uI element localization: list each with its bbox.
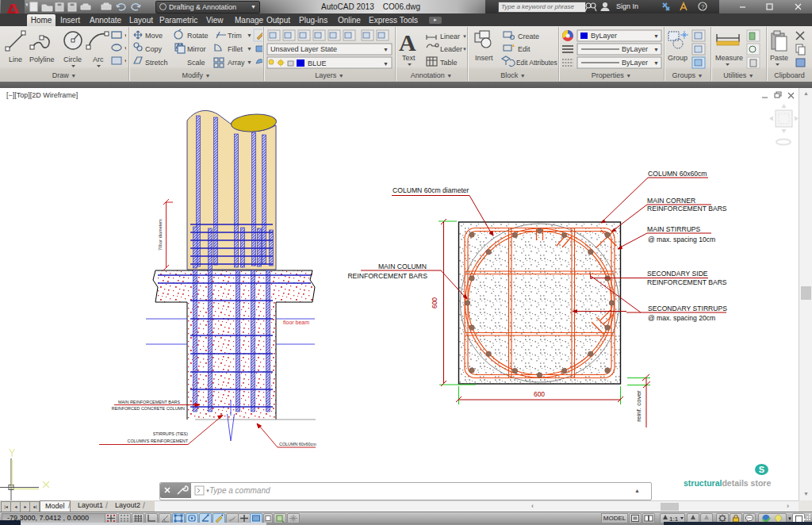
- svg-text:@ max. spacing 20cm: @ max. spacing 20cm: [648, 314, 715, 322]
- svg-text:Edit: Edit: [518, 45, 530, 53]
- svg-text:▼: ▼: [383, 61, 389, 67]
- svg-text:REINFORCEMENT BARS: REINFORCEMENT BARS: [647, 205, 727, 213]
- svg-text:SECONDARY STIRRUPS: SECONDARY STIRRUPS: [648, 305, 727, 312]
- svg-text:A: A: [399, 29, 416, 56]
- svg-text:MAIN REINFORCEMENT BARS: MAIN REINFORCEMENT BARS: [118, 400, 180, 404]
- svg-text:▼: ▼: [124, 46, 126, 51]
- svg-text:Table: Table: [440, 59, 458, 67]
- svg-text:Copy: Copy: [145, 45, 163, 53]
- svg-text:STIRRUPS (TIES): STIRRUPS (TIES): [153, 431, 189, 436]
- svg-text:Trim: Trim: [228, 32, 242, 40]
- svg-text:REINFORCEMENT BARS: REINFORCEMENT BARS: [347, 272, 427, 280]
- svg-text:COLUMN 60cm diameter: COLUMN 60cm diameter: [393, 186, 469, 194]
- svg-text:Stretch: Stretch: [145, 59, 168, 67]
- svg-text:▼: ▼: [383, 47, 389, 52]
- svg-text:▼: ▼: [462, 34, 466, 39]
- svg-text:600: 600: [534, 390, 545, 398]
- svg-text:SECONDARY SIDE: SECONDARY SIDE: [647, 270, 708, 278]
- svg-text:Paste: Paste: [770, 54, 788, 62]
- svg-text:COLUMN 60x60cm: COLUMN 60x60cm: [648, 170, 707, 178]
- svg-text:Polyline: Polyline: [29, 56, 55, 63]
- svg-text:Create: Create: [518, 33, 539, 40]
- svg-text:Group: Group: [668, 54, 688, 62]
- svg-text:Array: Array: [228, 59, 245, 67]
- svg-text:@ max. spacing 10cm: @ max. spacing 10cm: [648, 236, 715, 243]
- svg-text:▼: ▼: [247, 46, 252, 52]
- svg-text:▼: ▼: [653, 47, 659, 52]
- svg-text:MAIN CORNER: MAIN CORNER: [647, 197, 695, 205]
- svg-text:ByLayer: ByLayer: [622, 45, 648, 53]
- svg-text:70bar diameters: 70bar diameters: [158, 219, 163, 251]
- svg-text:Linear: Linear: [440, 33, 460, 40]
- svg-text:reinf. cover: reinf. cover: [635, 390, 642, 422]
- svg-text:BLUE: BLUE: [308, 59, 327, 67]
- svg-text:▼: ▼: [653, 33, 659, 39]
- svg-text:Text: Text: [402, 54, 416, 62]
- svg-text:Mirror: Mirror: [187, 45, 206, 53]
- svg-text:▼: ▼: [25, 2, 28, 7]
- svg-text:▼: ▼: [124, 59, 126, 63]
- svg-text:Unsaved Layer State: Unsaved Layer State: [270, 45, 337, 53]
- svg-text:Measure: Measure: [715, 54, 743, 62]
- svg-text:▼: ▼: [462, 47, 466, 52]
- svg-text:?: ?: [701, 3, 705, 10]
- svg-text:REINFORCED CONCRETE COLUMN: REINFORCED CONCRETE COLUMN: [112, 406, 185, 411]
- svg-text:MAIN COLUMN: MAIN COLUMN: [378, 262, 427, 270]
- svg-text:Scale: Scale: [187, 59, 205, 67]
- svg-text:▼: ▼: [247, 33, 252, 38]
- svg-text:REINFORCEMENT BARS: REINFORCEMENT BARS: [647, 278, 727, 286]
- svg-text:MAIN STIRRUPS: MAIN STIRRUPS: [647, 225, 701, 233]
- svg-text:COLUMN 60x60cm: COLUMN 60x60cm: [279, 442, 316, 446]
- svg-text:600: 600: [431, 297, 439, 308]
- svg-text:Line: Line: [9, 56, 22, 63]
- svg-text:COLUMN'S REINFORCEMENT: COLUMN'S REINFORCEMENT: [127, 439, 188, 443]
- svg-text:ByLayer: ByLayer: [591, 32, 617, 40]
- svg-text:Arc: Arc: [93, 56, 104, 63]
- svg-text:▼: ▼: [124, 33, 126, 38]
- svg-text:Insert: Insert: [475, 54, 493, 62]
- svg-text:Edit Attributes: Edit Attributes: [516, 59, 557, 67]
- svg-text:floor beam: floor beam: [283, 320, 309, 325]
- svg-text:Circle: Circle: [63, 56, 82, 63]
- svg-text:Rotate: Rotate: [187, 32, 209, 40]
- svg-text:▼: ▼: [247, 59, 252, 65]
- svg-text:▼: ▼: [653, 60, 659, 66]
- svg-text:Move: Move: [145, 32, 163, 40]
- svg-text:ByLayer: ByLayer: [622, 59, 648, 67]
- svg-text:Leader: Leader: [440, 45, 462, 53]
- svg-text:Fillet: Fillet: [228, 45, 243, 53]
